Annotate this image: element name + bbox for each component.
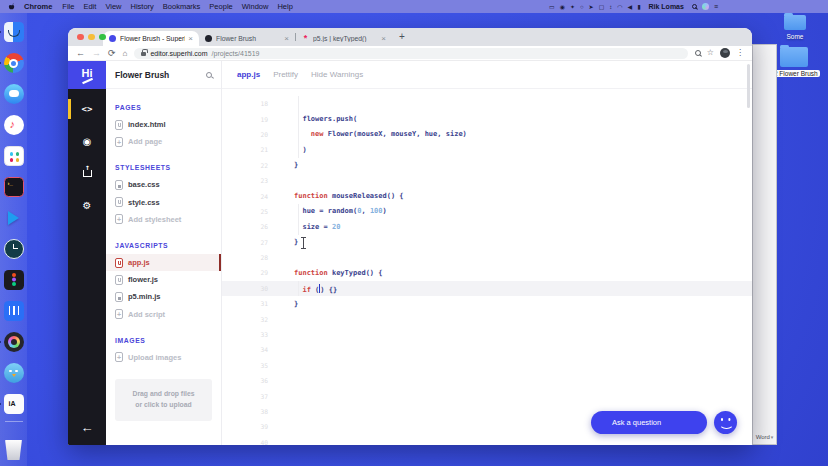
code-line-29[interactable]: 29function keyTyped() { (222, 265, 752, 280)
menu-item-people[interactable]: People (209, 2, 232, 11)
prettify-button[interactable]: Prettify (273, 70, 298, 79)
code-line-37[interactable]: 37 (222, 388, 752, 403)
ia-writer-dock-icon[interactable] (4, 394, 24, 414)
code-icon[interactable]: <> (68, 97, 106, 121)
word-window-edge[interactable]: Word ▾ (752, 44, 777, 445)
browser-menu-icon[interactable]: ⋮ (736, 49, 744, 57)
editor-scrollbar[interactable] (747, 64, 750, 108)
code-editor-dock-icon[interactable] (4, 208, 24, 228)
media-dock-icon[interactable] (4, 332, 24, 352)
profile-avatar[interactable] (720, 48, 730, 58)
code-line-36[interactable]: 36 (222, 373, 752, 388)
menu-item-history[interactable]: History (131, 2, 154, 11)
menubar-username[interactable]: Rik Lomas (649, 3, 684, 10)
clock-dock-icon[interactable] (4, 239, 24, 259)
code-line-31[interactable]: 31} (222, 296, 752, 311)
music-dock-icon[interactable] (4, 115, 24, 135)
apple-menu-icon[interactable] (8, 2, 16, 11)
chat-dock-icon[interactable] (4, 84, 24, 104)
minimize-window-button[interactable] (88, 34, 95, 41)
code-line-24[interactable]: 24function mouseReleased() { (222, 188, 752, 203)
browser-tab-3[interactable]: *p5.js | keyTyped()× (296, 31, 392, 46)
ask-question-button[interactable]: Ask a question (591, 411, 707, 434)
code-line-33[interactable]: 33 (222, 327, 752, 342)
preview-eye-icon[interactable]: ◉ (68, 129, 106, 153)
code-line-23[interactable]: 23 (222, 173, 752, 188)
new-tab-button[interactable]: + (399, 32, 405, 42)
sidebar-item-base-css[interactable]: base.css (106, 176, 221, 193)
menu-item-bookmarks[interactable]: Bookmarks (163, 2, 201, 11)
circle-status-icon[interactable]: ○ (580, 4, 584, 10)
sidebar-item-app-js[interactable]: app.js (106, 254, 221, 271)
exit-editor-icon[interactable]: ← (81, 420, 94, 435)
browser-tab-2[interactable]: Flower Brush× (199, 31, 295, 46)
share-upload-icon[interactable] (68, 161, 106, 185)
zoom-window-button[interactable] (99, 34, 106, 41)
back-nav-icon[interactable]: ← (76, 49, 85, 58)
sidebar-item-index-html[interactable]: index.html (106, 116, 221, 133)
chrome-dock-icon[interactable] (4, 53, 24, 73)
search-icon[interactable] (206, 72, 212, 78)
intercom-dock-icon[interactable] (4, 301, 24, 321)
trash-dock-icon[interactable] (4, 440, 24, 460)
home-icon[interactable]: ⌂ (123, 49, 128, 58)
wifi-icon[interactable]: ◠ (617, 4, 622, 10)
sidebar-item-add-stylesheet[interactable]: Add stylesheet (106, 211, 221, 228)
tab-close-icon[interactable]: × (381, 35, 386, 43)
reload-icon[interactable]: ⟳ (108, 49, 116, 58)
figma-dock-icon[interactable] (4, 270, 24, 290)
close-window-button[interactable] (77, 34, 84, 41)
code-line-27[interactable]: 27} (222, 235, 752, 250)
code-line-20[interactable]: 20 new Flower(mouseX, mouseY, hue, size) (222, 127, 752, 142)
spotlight-icon[interactable] (692, 4, 697, 9)
camera-status-icon[interactable]: ◉ (560, 4, 565, 10)
code-line-22[interactable]: 22} (222, 158, 752, 173)
sidebar-item-p5-min-js[interactable]: p5.min.js (106, 288, 221, 305)
code-line-19[interactable]: 19 flowers.push( (222, 111, 752, 126)
code-line-28[interactable]: 28 (222, 250, 752, 265)
upload-dropzone[interactable]: Drag and drop filesor click to upload (115, 379, 212, 421)
code-line-40[interactable]: 40 (222, 435, 752, 445)
address-bar[interactable]: editor.superhi.com/projects/41519 (134, 48, 687, 59)
help-smiley-button[interactable] (714, 411, 737, 434)
terminal-dock-icon[interactable] (4, 177, 24, 197)
code-line-30[interactable]: 30 if () {} (222, 281, 752, 296)
finder-dock-icon[interactable] (4, 22, 24, 42)
sync-status-icon[interactable]: ↕ (609, 4, 612, 10)
bookmark-star-icon[interactable]: ☆ (707, 49, 714, 57)
tab-close-icon[interactable]: × (284, 35, 289, 43)
screen-mirroring-icon[interactable]: ▭ (549, 4, 555, 10)
code-line-18[interactable]: 18 (222, 96, 752, 111)
menu-item-file[interactable]: File (62, 2, 74, 11)
sidebar-item-upload-images[interactable]: Upload images (106, 349, 221, 366)
volume-icon[interactable]: ◀ (628, 4, 633, 10)
desktop-folder-some[interactable]: Some (772, 15, 818, 40)
code-line-25[interactable]: 25 hue = random(0, 100) (222, 204, 752, 219)
siri-icon[interactable] (702, 3, 709, 10)
tab-close-icon[interactable]: × (188, 35, 193, 43)
code-line-21[interactable]: 21 ) (222, 142, 752, 157)
menu-item-view[interactable]: View (105, 2, 121, 11)
display-status-icon[interactable]: ▢ (599, 4, 605, 10)
menubar-app-name[interactable]: Chrome (24, 2, 52, 11)
code-line-35[interactable]: 35 (222, 358, 752, 373)
browser-tab-1[interactable]: Flower Brush - SuperHi× (103, 31, 199, 46)
code-line-32[interactable]: 32 (222, 311, 752, 326)
sidebar-item-flower-js[interactable]: flower.js (106, 271, 221, 288)
hide-warnings-button[interactable]: Hide Warnings (311, 70, 363, 79)
notification-center-icon[interactable]: ≡ (714, 3, 718, 10)
open-file-tab[interactable]: app.js (237, 70, 260, 79)
forward-nav-icon[interactable]: → (92, 49, 101, 58)
battery-icon[interactable]: ▮ (637, 4, 640, 10)
code-line-34[interactable]: 34 (222, 342, 752, 357)
code-editor[interactable]: 1819 flowers.push(20 new Flower(mouseX, … (222, 89, 752, 445)
superhi-logo[interactable]: Hi (68, 61, 106, 89)
pointer-status-icon[interactable]: ➤ (589, 4, 594, 10)
sidebar-item-style-css[interactable]: style.css (106, 194, 221, 211)
sidebar-item-add-page[interactable]: Add page (106, 133, 221, 150)
menu-item-window[interactable]: Window (242, 2, 269, 11)
sidebar-item-add-script[interactable]: Add script (106, 306, 221, 323)
app-status-icon[interactable]: ✦ (570, 4, 575, 10)
menu-item-help[interactable]: Help (277, 2, 292, 11)
code-line-26[interactable]: 26 size = 20 (222, 219, 752, 234)
